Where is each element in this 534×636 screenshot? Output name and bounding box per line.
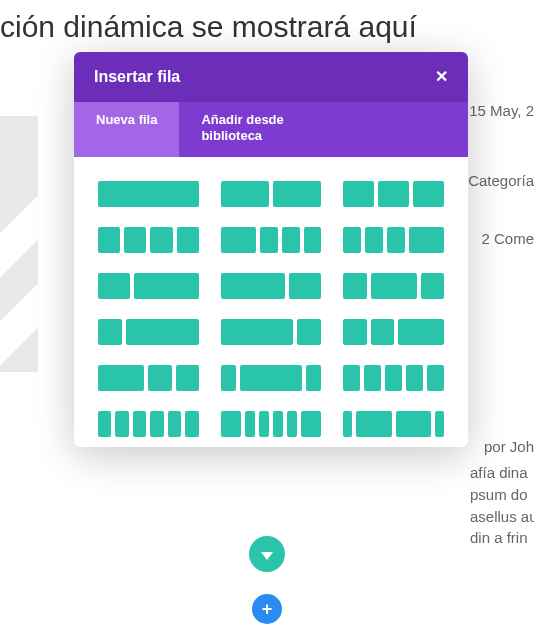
layout-segment [148,365,171,391]
layout-segment [396,411,431,437]
layout-option[interactable] [98,319,199,345]
layout-segment [124,227,146,253]
layout-segment [356,411,391,437]
layout-segment [221,227,256,253]
layout-segment [371,273,417,299]
layout-segment [98,319,122,345]
layout-segment [343,411,352,437]
layout-segment [240,365,302,391]
layout-segment [133,411,146,437]
tab-new-row[interactable]: Nueva fila [74,102,179,157]
bg-body-line: afía dina [470,462,534,484]
layout-segment [126,319,199,345]
bg-meta-category: Categoría [468,172,534,189]
layout-segment [221,411,241,437]
layout-option[interactable] [221,365,322,391]
layout-option[interactable] [221,319,322,345]
layout-segment [364,365,381,391]
bg-meta-author: por Joh [484,438,534,455]
layout-segment [297,319,321,345]
layout-segment [134,273,198,299]
layout-segment [98,227,120,253]
layout-segment [387,227,405,253]
layout-segment [287,411,297,437]
layout-segment [221,273,285,299]
layout-option[interactable] [221,227,322,253]
bg-body-line: asellus au [470,506,534,528]
layout-segment [306,365,321,391]
layout-grid [74,157,468,447]
layout-option[interactable] [343,181,444,207]
bg-body-line: psum do [470,484,534,506]
layout-option[interactable] [98,411,199,437]
layout-option[interactable] [98,273,199,299]
layout-segment [365,227,383,253]
insert-row-modal: Insertar fila ✕ Nueva fila Añadir desde … [74,52,468,447]
layout-segment [98,411,111,437]
layout-segment [98,181,199,207]
layout-segment [378,181,409,207]
layout-segment [150,227,172,253]
layout-segment [343,273,366,299]
layout-segment [115,411,128,437]
bg-meta-comments: 2 Come [481,230,534,247]
layout-segment [98,273,130,299]
layout-option[interactable] [98,227,199,253]
layout-segment [259,411,269,437]
layout-segment [221,319,294,345]
layout-segment [398,319,444,345]
layout-segment [221,181,269,207]
layout-option[interactable] [98,181,199,207]
bg-meta-date: 15 May, 2 [469,102,534,119]
layout-segment [98,365,144,391]
layout-segment [221,365,236,391]
modal-tabs: Nueva fila Añadir desde biblioteca [74,102,468,157]
layout-segment [421,273,444,299]
layout-segment [435,411,444,437]
layout-segment [343,181,374,207]
layout-segment [177,227,199,253]
modal-header: Insertar fila ✕ [74,52,468,102]
layout-segment [304,227,322,253]
layout-segment [343,365,360,391]
layout-option[interactable] [343,273,444,299]
layout-option[interactable] [343,227,444,253]
layout-segment [176,365,199,391]
bg-page-title: ción dinámica se mostrará aquí [0,10,417,44]
layout-segment [150,411,163,437]
layout-segment [301,411,321,437]
bg-body-line: din a frin [470,527,534,549]
layout-segment [168,411,181,437]
layout-segment [385,365,402,391]
layout-segment [273,411,283,437]
close-icon[interactable]: ✕ [435,69,448,85]
layout-option[interactable] [98,365,199,391]
layout-segment [371,319,394,345]
layout-segment [406,365,423,391]
layout-segment [427,365,444,391]
layout-option[interactable] [221,181,322,207]
layout-option[interactable] [343,365,444,391]
layout-segment [282,227,300,253]
layout-segment [185,411,198,437]
modal-title: Insertar fila [94,68,180,86]
add-row-fab[interactable] [249,536,285,572]
layout-segment [409,227,444,253]
layout-segment [413,181,444,207]
layout-option[interactable] [343,319,444,345]
layout-option[interactable] [343,411,444,437]
bg-body-text: afía dina psum do asellus au din a frin [470,462,534,549]
layout-option[interactable] [221,273,322,299]
add-section-fab[interactable]: + [252,594,282,624]
layout-segment [343,227,361,253]
layout-segment [273,181,321,207]
layout-segment [260,227,278,253]
tab-add-from-library[interactable]: Añadir desde biblioteca [179,102,339,157]
layout-segment [289,273,321,299]
bg-featured-image [0,116,38,372]
layout-option[interactable] [221,411,322,437]
layout-segment [343,319,366,345]
layout-segment [245,411,255,437]
